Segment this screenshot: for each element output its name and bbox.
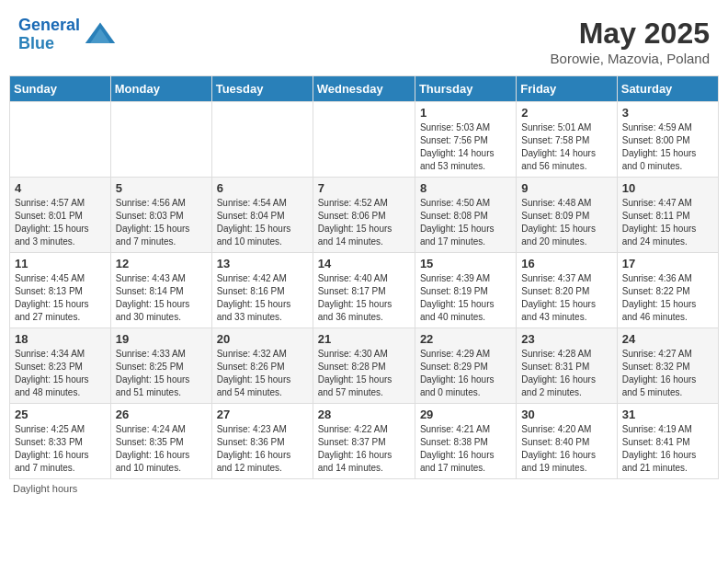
day-number: 5 [116, 181, 207, 195]
days-header-row: SundayMondayTuesdayWednesdayThursdayFrid… [10, 76, 719, 102]
calendar-cell [211, 102, 313, 178]
day-number: 24 [622, 332, 713, 346]
day-number: 12 [116, 257, 207, 270]
day-info: Sunrise: 4:39 AM Sunset: 8:19 PM Dayligh… [420, 272, 511, 324]
day-number: 30 [521, 408, 611, 421]
calendar-cell: 15Sunrise: 4:39 AM Sunset: 8:19 PM Dayli… [415, 253, 516, 328]
calendar-cell: 16Sunrise: 4:37 AM Sunset: 8:20 PM Dayli… [517, 253, 617, 328]
day-number: 28 [318, 408, 410, 421]
calendar-cell: 28Sunrise: 4:22 AM Sunset: 8:37 PM Dayli… [313, 404, 415, 479]
day-info: Sunrise: 4:28 AM Sunset: 8:31 PM Dayligh… [521, 348, 611, 399]
day-number: 4 [15, 181, 106, 195]
day-info: Sunrise: 4:57 AM Sunset: 8:01 PM Dayligh… [15, 197, 106, 248]
calendar-cell: 9Sunrise: 4:48 AM Sunset: 8:09 PM Daylig… [517, 178, 617, 253]
calendar-week-1: 1Sunrise: 5:03 AM Sunset: 7:56 PM Daylig… [10, 102, 719, 178]
day-number: 13 [217, 257, 308, 270]
calendar-cell: 17Sunrise: 4:36 AM Sunset: 8:22 PM Dayli… [617, 253, 718, 328]
calendar-cell: 30Sunrise: 4:20 AM Sunset: 8:40 PM Dayli… [517, 404, 617, 479]
day-info: Sunrise: 4:29 AM Sunset: 8:29 PM Dayligh… [420, 348, 511, 399]
calendar-cell [10, 102, 111, 178]
logo-text: General [18, 17, 80, 35]
calendar-cell: 20Sunrise: 4:32 AM Sunset: 8:26 PM Dayli… [211, 328, 313, 404]
day-number: 8 [420, 181, 511, 195]
day-number: 29 [420, 408, 511, 421]
calendar-cell: 22Sunrise: 4:29 AM Sunset: 8:29 PM Dayli… [415, 328, 516, 404]
calendar-cell: 31Sunrise: 4:19 AM Sunset: 8:41 PM Dayli… [617, 404, 718, 479]
day-number: 3 [622, 106, 713, 120]
day-number: 25 [15, 408, 106, 421]
day-header-monday: Monday [110, 76, 211, 102]
calendar-cell: 4Sunrise: 4:57 AM Sunset: 8:01 PM Daylig… [10, 178, 111, 253]
day-header-friday: Friday [517, 76, 617, 102]
footer-note: Daylight hours [9, 483, 719, 494]
day-info: Sunrise: 4:19 AM Sunset: 8:41 PM Dayligh… [622, 423, 713, 475]
day-info: Sunrise: 4:43 AM Sunset: 8:14 PM Dayligh… [116, 272, 207, 324]
calendar-cell [313, 102, 415, 178]
calendar-week-3: 11Sunrise: 4:45 AM Sunset: 8:13 PM Dayli… [10, 253, 719, 328]
day-number: 27 [217, 408, 308, 421]
day-info: Sunrise: 4:47 AM Sunset: 8:11 PM Dayligh… [622, 197, 713, 248]
header: General Blue May 2025 Borowie, Mazovia, … [9, 9, 719, 70]
day-number: 16 [521, 257, 611, 270]
day-number: 18 [15, 332, 106, 346]
calendar-cell: 21Sunrise: 4:30 AM Sunset: 8:28 PM Dayli… [313, 328, 415, 404]
day-info: Sunrise: 4:32 AM Sunset: 8:26 PM Dayligh… [217, 348, 308, 399]
calendar-cell: 8Sunrise: 4:50 AM Sunset: 8:08 PM Daylig… [415, 178, 516, 253]
day-number: 23 [521, 332, 611, 346]
day-info: Sunrise: 4:24 AM Sunset: 8:35 PM Dayligh… [116, 423, 207, 475]
day-info: Sunrise: 5:01 AM Sunset: 7:58 PM Dayligh… [521, 121, 611, 173]
day-info: Sunrise: 4:20 AM Sunset: 8:40 PM Dayligh… [521, 423, 611, 475]
day-number: 2 [521, 106, 611, 120]
day-number: 14 [318, 257, 410, 270]
location: Borowie, Mazovia, Poland [551, 51, 710, 66]
calendar-cell: 1Sunrise: 5:03 AM Sunset: 7:56 PM Daylig… [415, 102, 516, 178]
day-number: 20 [217, 332, 308, 346]
day-number: 9 [521, 181, 611, 195]
day-info: Sunrise: 4:34 AM Sunset: 8:23 PM Dayligh… [15, 348, 106, 399]
calendar-cell: 27Sunrise: 4:23 AM Sunset: 8:36 PM Dayli… [211, 404, 313, 479]
day-info: Sunrise: 4:21 AM Sunset: 8:38 PM Dayligh… [420, 423, 511, 475]
day-info: Sunrise: 4:56 AM Sunset: 8:03 PM Dayligh… [116, 197, 207, 248]
day-number: 11 [15, 257, 106, 270]
day-info: Sunrise: 4:22 AM Sunset: 8:37 PM Dayligh… [318, 423, 410, 475]
day-number: 15 [420, 257, 511, 270]
day-info: Sunrise: 4:27 AM Sunset: 8:32 PM Dayligh… [622, 348, 713, 399]
day-info: Sunrise: 4:36 AM Sunset: 8:22 PM Dayligh… [622, 272, 713, 324]
day-number: 17 [622, 257, 713, 270]
calendar-cell: 19Sunrise: 4:33 AM Sunset: 8:25 PM Dayli… [110, 328, 211, 404]
calendar-cell: 5Sunrise: 4:56 AM Sunset: 8:03 PM Daylig… [110, 178, 211, 253]
day-info: Sunrise: 4:30 AM Sunset: 8:28 PM Dayligh… [318, 348, 410, 399]
title-area: May 2025 Borowie, Mazovia, Poland [551, 17, 710, 66]
calendar-cell: 24Sunrise: 4:27 AM Sunset: 8:32 PM Dayli… [617, 328, 718, 404]
day-header-wednesday: Wednesday [313, 76, 415, 102]
day-number: 31 [622, 408, 713, 421]
calendar-cell: 12Sunrise: 4:43 AM Sunset: 8:14 PM Dayli… [110, 253, 211, 328]
day-header-sunday: Sunday [10, 76, 111, 102]
day-number: 26 [116, 408, 207, 421]
calendar-cell: 7Sunrise: 4:52 AM Sunset: 8:06 PM Daylig… [313, 178, 415, 253]
calendar-table: SundayMondayTuesdayWednesdayThursdayFrid… [9, 75, 719, 479]
calendar-cell: 25Sunrise: 4:25 AM Sunset: 8:33 PM Dayli… [10, 404, 111, 479]
day-info: Sunrise: 4:25 AM Sunset: 8:33 PM Dayligh… [15, 423, 106, 475]
day-info: Sunrise: 5:03 AM Sunset: 7:56 PM Dayligh… [420, 121, 511, 173]
day-number: 10 [622, 181, 713, 195]
calendar-week-2: 4Sunrise: 4:57 AM Sunset: 8:01 PM Daylig… [10, 178, 719, 253]
logo-subtext: Blue [18, 35, 80, 53]
day-number: 21 [318, 332, 410, 346]
calendar-cell [110, 102, 211, 178]
calendar-cell: 2Sunrise: 5:01 AM Sunset: 7:58 PM Daylig… [517, 102, 617, 178]
calendar-cell: 10Sunrise: 4:47 AM Sunset: 8:11 PM Dayli… [617, 178, 718, 253]
calendar-cell: 11Sunrise: 4:45 AM Sunset: 8:13 PM Dayli… [10, 253, 111, 328]
day-info: Sunrise: 4:40 AM Sunset: 8:17 PM Dayligh… [318, 272, 410, 324]
day-header-thursday: Thursday [415, 76, 516, 102]
calendar-cell: 6Sunrise: 4:54 AM Sunset: 8:04 PM Daylig… [211, 178, 313, 253]
day-info: Sunrise: 4:33 AM Sunset: 8:25 PM Dayligh… [116, 348, 207, 399]
calendar-cell: 14Sunrise: 4:40 AM Sunset: 8:17 PM Dayli… [313, 253, 415, 328]
day-info: Sunrise: 4:48 AM Sunset: 8:09 PM Dayligh… [521, 197, 611, 248]
day-number: 19 [116, 332, 207, 346]
month-year: May 2025 [551, 17, 710, 51]
day-number: 7 [318, 181, 410, 195]
day-header-saturday: Saturday [617, 76, 718, 102]
day-info: Sunrise: 4:52 AM Sunset: 8:06 PM Dayligh… [318, 197, 410, 248]
calendar-cell: 23Sunrise: 4:28 AM Sunset: 8:31 PM Dayli… [517, 328, 617, 404]
